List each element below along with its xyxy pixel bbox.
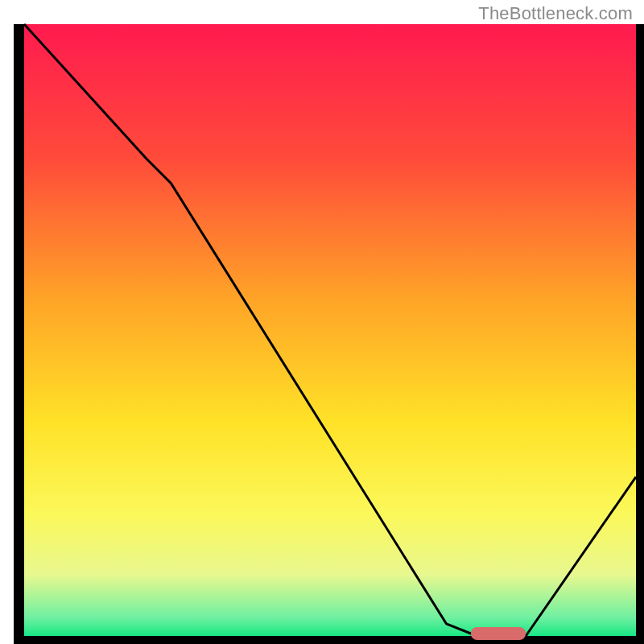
axis-left	[14, 24, 24, 644]
gradient-background	[24, 24, 636, 636]
bottleneck-chart: TheBottleneck.com	[0, 0, 644, 644]
optimal-range-marker	[471, 627, 526, 640]
watermark-text: TheBottleneck.com	[478, 3, 633, 24]
axis-right	[636, 24, 644, 644]
chart-svg	[0, 0, 644, 644]
axis-bottom	[14, 636, 644, 644]
